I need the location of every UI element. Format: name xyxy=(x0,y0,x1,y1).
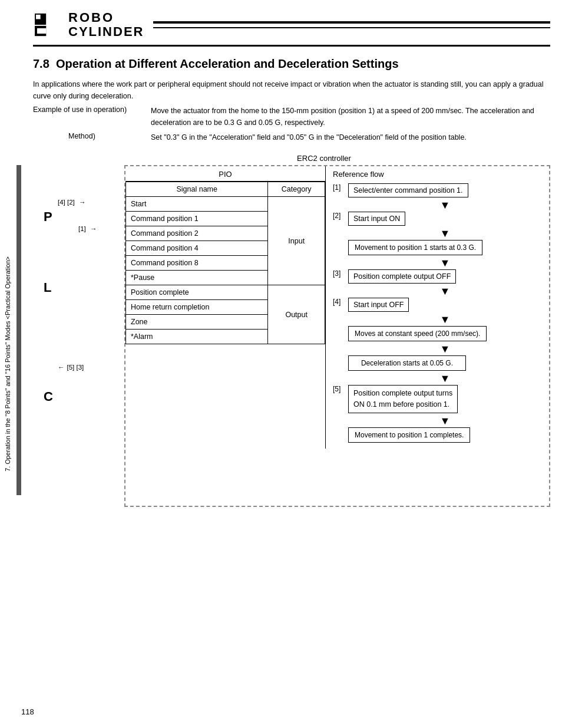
logo-robo: ROBO xyxy=(68,11,144,25)
table-row: Position complete Output xyxy=(126,285,325,300)
sidebar-bar xyxy=(16,165,21,495)
svg-rect-3 xyxy=(35,34,46,36)
arrow-label-top: [4] [2] → xyxy=(58,199,85,206)
sidebar: 7. Operation in the "8 Points" and "16 P… xyxy=(0,0,16,728)
flow-box-1: Select/enter command position 1. xyxy=(348,183,468,197)
flow-item-5: [5] Position complete output turnsON 0.1… xyxy=(333,385,542,413)
signal-alarm: *Alarm xyxy=(126,330,268,344)
logo-icon xyxy=(33,12,64,37)
example-label: Example of use in operation) xyxy=(33,106,151,129)
signal-cmd-pos4: Command position 4 xyxy=(126,241,268,256)
logo: ROBO CYLINDER xyxy=(33,11,144,39)
erc2-label: ERC2 controller xyxy=(98,154,550,163)
logo-cylinder: CYLINDER xyxy=(68,25,144,39)
pio-section: PIO Signal name Category Start Input xyxy=(125,166,326,449)
signal-header: Signal name xyxy=(126,182,268,197)
ref-section: Reference flow [1] Select/enter command … xyxy=(326,166,549,449)
signal-cmd-pos1: Command position 1 xyxy=(126,212,268,226)
header-decoration xyxy=(153,21,550,28)
flow-box-start-off: Start input OFF xyxy=(348,298,409,312)
flow-item-3: [3] Position complete output OFF xyxy=(333,269,542,284)
pio-label: PIO xyxy=(125,166,325,182)
signal-home-return: Home return completion xyxy=(126,300,268,315)
plc-labels: P L C xyxy=(39,165,71,507)
flow-item-4: [4] Start input OFF xyxy=(333,298,542,312)
header-line-top xyxy=(153,21,550,24)
signal-zone: Zone xyxy=(126,315,268,330)
flow-arrow-4: ▼ xyxy=(348,286,542,297)
flow-arrow-2: ▼ xyxy=(348,228,542,239)
signal-pos-complete: Position complete xyxy=(126,285,268,300)
plc-l-label: L xyxy=(44,280,51,295)
table-header-row: Signal name Category xyxy=(126,182,325,197)
diagram-wrapper: P L C [4] [2] → [1] → ← [5] [3] xyxy=(39,165,550,507)
flow-arrow-7: ▼ xyxy=(348,373,542,384)
flow-arrow-3: ▼ xyxy=(348,258,542,268)
signal-cmd-pos8: Command position 8 xyxy=(126,256,268,271)
flow-num-3: [3] xyxy=(333,269,346,278)
method-label: Method) xyxy=(33,132,151,143)
category-header: Category xyxy=(268,182,325,197)
flow-arrow-5: ▼ xyxy=(348,314,542,325)
inner-content: PIO Signal name Category Start Input xyxy=(125,166,549,449)
flow-wide-1: Movement to position 1 starts at 0.3 G. xyxy=(348,240,542,255)
example-content: Move the actuator from the home to the 1… xyxy=(151,106,550,129)
flow-wide-3: Deceleration starts at 0.05 G. xyxy=(348,355,542,371)
example-section: Example of use in operation) Move the ac… xyxy=(33,106,550,129)
logo-text: ROBO CYLINDER xyxy=(68,11,144,39)
flow-box-wide-4: Movement to position 1 completes. xyxy=(348,427,470,443)
flow-arrow-8: ▼ xyxy=(348,416,542,426)
arrow-label-middle: [1] → xyxy=(78,225,97,232)
flow-box-wide-3: Deceleration starts at 0.05 G. xyxy=(348,355,466,371)
plc-c-label: C xyxy=(44,389,53,404)
flow-item-2: [2] Start input ON xyxy=(333,212,542,226)
flow-box-wide-1: Movement to position 1 starts at 0.3 G. xyxy=(348,240,482,255)
diagram-container: ERC2 controller P L C [4] [2] → [1] → xyxy=(39,154,550,507)
flow-arrow-1: ▼ xyxy=(348,200,542,210)
signal-cmd-pos2: Command position 2 xyxy=(126,226,268,241)
flow-arrow-6: ▼ xyxy=(348,344,542,354)
ref-label: Reference flow xyxy=(333,170,542,179)
flow-num-1: [1] xyxy=(333,183,346,192)
method-content: Set "0.3" G in the "Acceleration" field … xyxy=(151,132,467,143)
flow-box-start-on: Start input ON xyxy=(348,212,405,226)
intro-text: In applications where the work part or p… xyxy=(33,79,550,102)
header: ROBO CYLINDER xyxy=(33,0,550,47)
flow-box-pos-complete-off: Position complete output OFF xyxy=(348,269,456,284)
table-row: Start Input xyxy=(126,197,325,212)
flow-box-wide-2: Moves at constant speed (200 mm/sec). xyxy=(348,326,487,341)
cat-output: Output xyxy=(268,285,325,344)
flow-num-5: [5] xyxy=(333,385,346,393)
plc-p-label: P xyxy=(44,209,52,225)
svg-rect-1 xyxy=(36,15,41,19)
page-number: 118 xyxy=(21,707,34,716)
signal-start: Start xyxy=(126,197,268,212)
arrow-label-bottom: ← [5] [3] xyxy=(58,364,84,371)
flow-wide-2: Moves at constant speed (200 mm/sec). xyxy=(348,326,542,341)
outer-dashed-box: [4] [2] → [1] → ← [5] [3] PIO xyxy=(124,165,550,507)
cat-input: Input xyxy=(268,197,325,285)
flow-item-1: [1] Select/enter command position 1. xyxy=(333,183,542,197)
main-content: ROBO CYLINDER 7.8 Operation at Different… xyxy=(21,0,562,507)
header-line-bottom xyxy=(153,27,550,28)
svg-rect-2 xyxy=(35,26,46,28)
signal-pause: *Pause xyxy=(126,271,268,285)
flow-wide-4: Movement to position 1 completes. xyxy=(348,427,542,443)
section-title: 7.8 Operation at Different Acceleration … xyxy=(33,57,550,71)
flow-num-2: [2] xyxy=(333,212,346,220)
pio-table: Signal name Category Start Input Command… xyxy=(125,182,325,344)
flow-num-4: [4] xyxy=(333,298,346,306)
flow-box-pos-complete-on: Position complete output turnsON 0.1 mm … xyxy=(348,385,458,413)
sidebar-text: 7. Operation in the "8 Points" and "16 P… xyxy=(4,256,12,472)
method-section: Method) Set "0.3" G in the "Acceleration… xyxy=(33,132,550,143)
